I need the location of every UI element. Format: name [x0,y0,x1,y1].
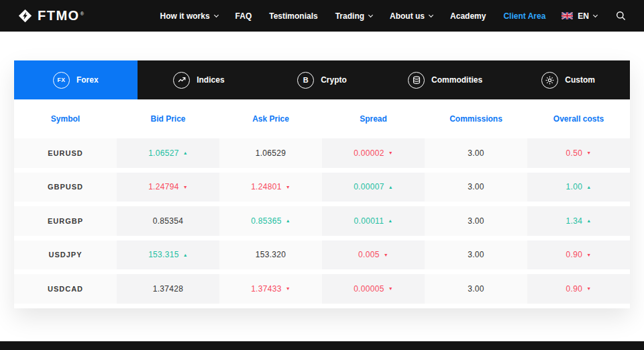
chevron-down-icon [368,12,373,17]
column-header-bid-price: Bid Price [117,114,219,124]
navbar: FTMO® How it worksFAQTestimonialsTrading… [0,0,644,32]
price-value: 1.24794 [148,182,178,191]
tab-label: Crypto [321,75,347,85]
nav-item-label: How it works [160,11,210,21]
price-value: 1.00 [566,182,583,191]
nav-item-faq[interactable]: FAQ [235,11,252,21]
trend-up-icon: ▲ [286,218,290,223]
nav-item-label: Client Area [503,11,545,21]
commissions-value: 3.00 [468,250,484,259]
nav-item-label: About us [390,11,425,21]
nav-item-label: Trading [335,11,364,21]
symbol-cell: GBPUSD [14,173,117,202]
nav-item-label: Academy [450,11,486,21]
ask-cell: 1.24801▼ [219,173,322,202]
price-value: 1.34 [566,216,583,226]
tab-indices[interactable]: Indices [138,60,261,99]
price-value: 0.00007 [354,182,384,191]
nav-item-about-us[interactable]: About us [390,11,433,21]
price-value: 153.315 [148,250,178,259]
tab-crypto[interactable]: BCrypto [260,60,384,99]
nav-item-trading[interactable]: Trading [335,11,372,21]
symbol-cell: EURGBP [14,206,117,236]
ask-cell: 1.37433▼ [219,274,322,304]
table-row-eurgbp: EURGBP0.853540.85365▲0.00011▲3.001.34▲ [14,206,630,240]
language-switcher[interactable]: EN [561,11,597,21]
fx-icon: FX [53,72,70,89]
tab-label: Custom [565,75,595,85]
nav-item-how-it-works[interactable]: How it works [160,11,218,21]
ask-cell: 1.06529 [219,138,322,168]
commissions-cell: 3.00 [425,206,527,236]
bid-cell: 1.37428 [117,274,219,304]
search-icon [616,11,626,21]
commissions-cell: 3.00 [425,240,527,270]
symbol-label: GBPUSD [48,183,83,191]
bid-cell: 1.06527▲ [117,138,219,168]
footer-strip [0,341,644,350]
symbol-label: EURGBP [48,217,83,225]
commissions-value: 3.00 [468,216,484,226]
crypto-icon: B [297,72,314,89]
trend-up-icon: ▲ [183,253,188,257]
price-value: 1.06529 [256,148,286,158]
trend-down-icon: ▼ [586,286,591,291]
overall-costs-cell: 1.00▲ [527,173,630,202]
tab-forex[interactable]: FXForex [14,60,138,99]
price-value: 0.90 [566,250,583,259]
logo[interactable]: FTMO® [18,8,84,24]
table-row-usdcad: USDCAD1.374281.37433▼0.00005▼3.000.90▼ [14,274,630,308]
tab-custom[interactable]: Custom [506,60,630,99]
uk-flag-icon [561,12,573,19]
nav-item-label: FAQ [235,11,252,21]
symbol-label: USDJPY [48,251,82,259]
table-row-eurusd: EURUSD1.06527▲1.065290.00002▼3.000.50▼ [14,138,630,173]
symbol-label: USDCAD [48,285,83,293]
trend-up-icon: ▲ [586,185,591,189]
instrument-tabs: FXForexIndicesBCryptoCommoditiesCustom [14,60,630,99]
symbol-cell: USDJPY [14,240,117,270]
ftmo-logo-icon [18,9,32,23]
spread-cell: 0.005▼ [322,240,425,270]
tab-commodities[interactable]: Commodities [384,60,507,99]
nav-item-label: Testimonials [269,11,317,21]
trend-up-icon: ▲ [388,218,392,223]
trend-down-icon: ▼ [388,150,393,155]
nav-item-testimonials[interactable]: Testimonials [269,11,317,21]
logo-text: FTMO [38,8,80,23]
commissions-value: 3.00 [468,284,484,294]
indices-icon [173,72,190,89]
trend-up-icon: ▲ [183,150,188,155]
commissions-value: 3.00 [468,148,484,158]
symbols-card: FXForexIndicesBCryptoCommoditiesCustom S… [14,60,630,308]
spread-cell: 0.00005▼ [322,274,425,304]
nav-menu: How it worksFAQTestimonialsTradingAbout … [160,11,626,21]
bid-cell: 1.24794▼ [117,173,219,202]
commodities-icon [408,72,425,89]
trend-up-icon: ▲ [388,185,393,189]
table-row-usdjpy: USDJPY153.315▲153.3200.005▼3.000.90▼ [14,240,630,275]
nav-item-academy[interactable]: Academy [450,11,486,21]
price-value: 1.37433 [251,284,281,294]
trend-down-icon: ▼ [388,286,393,291]
trend-down-icon: ▼ [586,253,591,257]
overall-costs-cell: 0.90▼ [527,274,630,304]
bid-cell: 0.85354 [117,206,219,236]
commissions-value: 3.00 [468,182,484,191]
symbol-cell: USDCAD [14,274,117,304]
column-header-spread: Spread [322,114,425,124]
trend-down-icon: ▼ [586,150,591,155]
price-value: 0.85354 [153,216,183,226]
trend-up-icon: ▲ [586,218,591,223]
tab-label: Forex [76,75,99,85]
chevron-down-icon [429,12,433,17]
search-button[interactable] [616,11,626,21]
ask-cell: 0.85365▲ [219,206,322,236]
price-value: 0.50 [566,148,583,158]
nav-item-client-area[interactable]: Client Area [503,11,545,21]
trend-down-icon: ▼ [286,185,290,189]
nav-items: How it worksFAQTestimonialsTradingAbout … [160,11,546,21]
price-value: 0.00005 [354,284,384,294]
price-value: 0.00011 [354,216,384,226]
column-header-overall-costs: Overall costs [527,114,630,124]
